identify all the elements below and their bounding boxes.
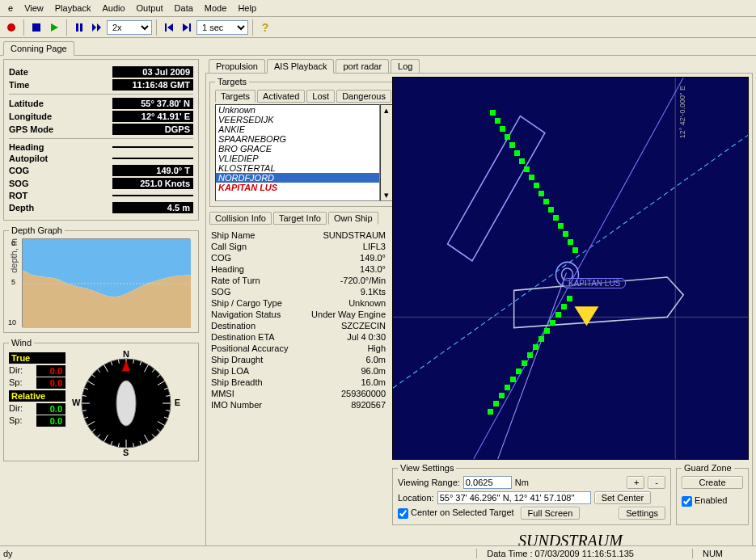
track-dot (543, 199, 549, 204)
track-dot (529, 175, 534, 180)
subtab-own-ship[interactable]: Own Ship (328, 212, 378, 225)
subtab-lost[interactable]: Lost (306, 90, 335, 103)
info-row: Destination ETAJul 4 0:30 (209, 331, 387, 343)
location-input[interactable] (437, 491, 591, 504)
track-dot (499, 393, 505, 398)
info-row: Heading143.0° (209, 263, 387, 275)
tab-port-radar[interactable]: port radar (336, 59, 389, 73)
speed-select[interactable]: 2x (107, 20, 152, 35)
svg-rect-1 (32, 23, 40, 32)
subtab-target-info[interactable]: Target Info (273, 212, 327, 225)
menu-item[interactable]: Output (132, 2, 168, 15)
scroll-up-icon[interactable]: ▴ (384, 105, 389, 116)
svg-marker-6 (97, 23, 101, 32)
svg-marker-8 (167, 23, 173, 32)
track-dot (514, 150, 520, 156)
track-dot (505, 134, 510, 140)
settings-button[interactable]: Settings (619, 507, 665, 520)
play-icon[interactable] (46, 19, 62, 36)
svg-point-51 (116, 381, 136, 426)
svg-rect-56 (448, 116, 545, 261)
scroll-down-icon[interactable]: ▾ (384, 190, 389, 200)
list-item[interactable]: ANKIE (216, 124, 379, 134)
wind-rel-dir: 0.0 (36, 403, 65, 415)
tab-ais-playback[interactable]: AIS Playback (267, 59, 334, 74)
lon-value: 12° 41.91' E (112, 111, 193, 122)
lon-label: Longitude (9, 112, 52, 121)
scrollbar[interactable]: ▴ ▾ (380, 104, 393, 201)
track-dot (510, 377, 516, 382)
menu-item[interactable]: e (3, 2, 18, 15)
menu-item[interactable]: Data (170, 2, 198, 15)
record-icon[interactable] (3, 19, 19, 36)
list-item[interactable]: Unknown (216, 105, 379, 115)
depth-label: Depth (9, 203, 34, 213)
radar-coord-right: 12° 42'-0.000'' E (678, 86, 686, 138)
menu-item[interactable]: Audio (97, 2, 129, 15)
guardzone-enabled-label[interactable]: Enabled (682, 495, 727, 505)
gps-label: GPS Mode (9, 124, 53, 134)
lat-label: Latitude (9, 99, 44, 108)
list-item[interactable]: SPAARNEBORG (216, 134, 379, 144)
help-icon[interactable]: ? (257, 19, 273, 36)
step-select[interactable]: 1 sec (196, 20, 248, 35)
set-center-button[interactable]: Set Center (594, 491, 652, 504)
right-area: Propulsion AIS Playback port radar Log T… (202, 56, 756, 559)
track-dot (563, 231, 568, 237)
list-item[interactable]: NORDFJORD (216, 173, 379, 183)
subtab-collision[interactable]: Collision Info (209, 212, 272, 225)
menu-item[interactable]: Mode (200, 2, 232, 15)
depth-graph-title: Depth Graph (9, 225, 65, 235)
tab-conning[interactable]: Conning Page (3, 41, 74, 56)
create-guardzone-button[interactable]: Create (682, 476, 743, 489)
toolbar: 2x 1 sec ? (0, 17, 756, 38)
tab-propulsion[interactable]: Propulsion (209, 59, 265, 73)
radar-view[interactable]: KAPITAN LUS 12° 42'-0.000'' E (392, 77, 749, 460)
center-checkbox-label[interactable]: Center on Selected Target (398, 507, 514, 519)
primary-tabstrip: Conning Page (0, 41, 756, 56)
track-dot (505, 385, 510, 390)
list-item[interactable]: VEERSEDIJK (216, 115, 379, 124)
info-row: SOG9.1Kts (209, 286, 387, 297)
fast-forward-icon[interactable] (89, 19, 105, 36)
status-bar: dy Data Time : 07/03/2009 11:16:51.135 N… (0, 545, 756, 560)
menu-item[interactable]: Help (233, 2, 261, 15)
subtab-activated[interactable]: Activated (257, 90, 305, 103)
wind-rel-sp: 0.0 (36, 415, 65, 427)
track-dot (548, 207, 554, 213)
ap-value (112, 158, 193, 159)
track-dot (522, 360, 527, 366)
main-area: Date03 Jul 2009 Time11:16:48 GMT Latitud… (0, 56, 756, 559)
info-row: Navigation StatusUnder Way Engine (209, 309, 387, 320)
stop-icon[interactable] (28, 19, 44, 36)
depth-value: 4.5 m (112, 202, 193, 213)
info-row: Ship Draught6.0m (209, 354, 387, 365)
track-dot (538, 336, 544, 342)
subtab-dangerous[interactable]: Dangerous (336, 90, 391, 103)
radar-column: KAPITAN LUS 12° 42'-0.000'' E View Setti… (392, 77, 749, 552)
own-ship-info: Ship NameSUNDSTRAUMCall SignLIFL3COG149.… (209, 229, 387, 411)
list-item[interactable]: BRO GRACE (216, 144, 379, 154)
guardzone-enabled-checkbox[interactable] (682, 496, 692, 507)
tab-log[interactable]: Log (391, 59, 420, 73)
ap-label: Autopilot (9, 154, 48, 163)
list-item[interactable]: VLIEDIEP (216, 154, 379, 163)
menu-item[interactable]: View (19, 2, 49, 15)
center-checkbox[interactable] (398, 508, 408, 519)
track-dot (524, 166, 530, 172)
menu-item[interactable]: Playback (50, 2, 96, 15)
pause-icon[interactable] (71, 19, 87, 36)
track-dot (567, 296, 572, 301)
subtab-targets[interactable]: Targets (215, 90, 256, 103)
svg-rect-10 (189, 23, 191, 32)
zoom-out-button[interactable]: - (648, 476, 665, 489)
list-item[interactable]: KAPITAN LUS (216, 183, 379, 192)
sog-value: 251.0 Knots (112, 178, 193, 189)
range-input[interactable] (463, 476, 512, 489)
step-fwd-icon[interactable] (179, 19, 195, 36)
list-item[interactable]: KLOSTERTAL (216, 163, 379, 173)
full-screen-button[interactable]: Full Screen (521, 507, 581, 520)
target-list[interactable]: UnknownVEERSEDIJKANKIESPAARNEBORGBRO GRA… (215, 104, 380, 201)
zoom-in-button[interactable]: + (627, 476, 644, 489)
step-back-icon[interactable] (161, 19, 177, 36)
